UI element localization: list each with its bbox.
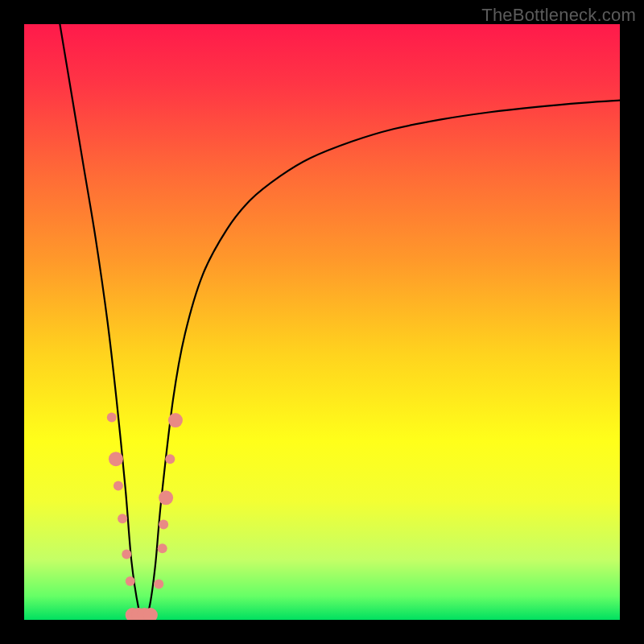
marker-dot [158, 543, 167, 553]
marker-dot [165, 454, 175, 464]
marker-dot [122, 550, 131, 559]
chart-canvas [24, 24, 620, 620]
marker-dot [168, 413, 183, 427]
marker-dot [154, 580, 163, 589]
chart-frame: TheBottleneck.com [0, 0, 644, 644]
marker-dot [118, 514, 127, 523]
watermark-label: TheBottleneck.com [481, 5, 636, 26]
marker-dot [159, 490, 173, 505]
marker-dot [109, 452, 123, 466]
marker-dot [107, 412, 117, 422]
marker-dot [114, 481, 123, 491]
marker-dot [159, 520, 168, 530]
marker-dot [126, 576, 135, 586]
chart-background [24, 24, 620, 620]
plot-area [24, 24, 620, 620]
